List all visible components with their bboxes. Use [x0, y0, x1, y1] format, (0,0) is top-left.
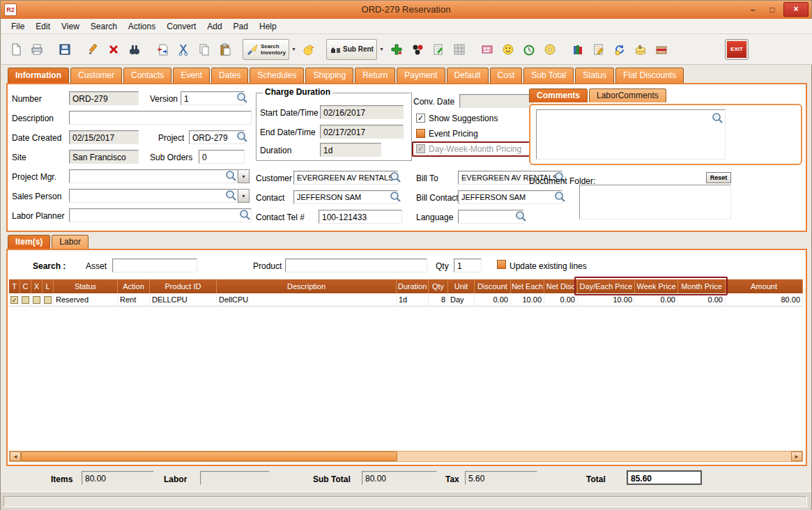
event-pricing-checkbox[interactable]: [416, 129, 425, 138]
tab-status[interactable]: Status: [575, 68, 614, 83]
search-inventory-dropdown[interactable]: ▼: [289, 39, 298, 60]
col-status[interactable]: Status: [54, 279, 118, 293]
tab-event[interactable]: Event: [173, 68, 210, 83]
product-input[interactable]: [285, 258, 427, 272]
currency-refresh-button[interactable]: [609, 39, 630, 60]
row-c-checkbox[interactable]: [22, 296, 29, 304]
new-document-button[interactable]: [6, 39, 26, 60]
col-net-disc[interactable]: Net Disc: [544, 279, 578, 293]
comments-search-icon[interactable]: [712, 112, 723, 123]
col-discount[interactable]: Discount: [475, 279, 511, 293]
sub-orders-field[interactable]: 0: [199, 150, 245, 164]
col-x[interactable]: X: [31, 279, 43, 293]
package-button[interactable]: [651, 39, 672, 60]
reset-button[interactable]: Reset: [706, 172, 731, 183]
menu-add[interactable]: Add: [201, 20, 227, 33]
copy-button[interactable]: [194, 39, 215, 60]
col-net-each[interactable]: Net Each: [511, 279, 544, 293]
project-search-icon[interactable]: [236, 131, 247, 142]
row-x-checkbox[interactable]: [33, 296, 40, 304]
tab-comments[interactable]: Comments: [529, 88, 588, 102]
scrollbar-thumb[interactable]: [21, 451, 397, 461]
col-description[interactable]: Description: [217, 279, 397, 293]
menu-help[interactable]: Help: [254, 20, 282, 33]
sub-rent-button[interactable]: Sub Rent: [326, 39, 377, 60]
component-items-button[interactable]: [407, 39, 428, 60]
version-field[interactable]: 1: [181, 91, 245, 105]
find-button[interactable]: [124, 39, 145, 60]
contact-search-icon[interactable]: [390, 191, 401, 202]
scroll-right-button[interactable]: ►: [791, 451, 802, 461]
sales-person-dropdown[interactable]: ▼: [238, 189, 250, 203]
labor-planner-field[interactable]: [69, 208, 252, 222]
project-mgr-dropdown[interactable]: ▼: [238, 169, 250, 183]
print-button[interactable]: [26, 39, 47, 60]
project-mgr-search-icon[interactable]: [225, 170, 236, 181]
tab-cost[interactable]: Cost: [490, 68, 523, 83]
ledger-books-button[interactable]: [567, 39, 588, 60]
tab-return[interactable]: Return: [355, 68, 395, 83]
contact-tel-field[interactable]: 100-121433: [319, 210, 402, 224]
language-search-icon[interactable]: [515, 210, 526, 222]
add-item-button[interactable]: [386, 39, 407, 60]
col-l[interactable]: L: [43, 279, 54, 293]
menu-view[interactable]: View: [56, 20, 85, 33]
show-suggestions-checkbox[interactable]: ✓: [416, 114, 425, 123]
update-existing-lines-checkbox[interactable]: [497, 260, 506, 269]
customer-search-icon[interactable]: [390, 171, 401, 183]
tab-payment[interactable]: Payment: [397, 68, 445, 83]
project-mgr-field[interactable]: [69, 169, 238, 183]
feedback-button[interactable]: [498, 39, 519, 60]
duck-button[interactable]: [298, 39, 319, 60]
menu-edit[interactable]: Edit: [30, 20, 56, 33]
edit-button[interactable]: [82, 39, 103, 60]
row-l-checkbox[interactable]: [44, 296, 52, 304]
col-c[interactable]: C: [20, 279, 31, 293]
row-t-checkbox[interactable]: ✓: [10, 296, 18, 304]
labor-planner-search-icon[interactable]: [239, 209, 250, 220]
col-qty[interactable]: Qty: [429, 279, 448, 293]
tab-dates[interactable]: Dates: [211, 68, 248, 83]
menu-file[interactable]: File: [6, 20, 30, 33]
tab-labor[interactable]: Labor: [52, 235, 89, 249]
sub-rent-dropdown[interactable]: ▼: [377, 39, 386, 60]
exit-button[interactable]: EXIT: [726, 40, 748, 59]
comments-textarea[interactable]: [536, 109, 726, 160]
timer-button[interactable]: [519, 39, 539, 60]
search-inventory-button[interactable]: SearchInventory: [243, 39, 289, 60]
tab-schedules[interactable]: Schedules: [250, 68, 304, 83]
tab-default[interactable]: Default: [447, 68, 489, 83]
bill-contact-search-icon[interactable]: [554, 191, 565, 202]
tab-customer[interactable]: Customer: [70, 68, 122, 83]
sales-person-field[interactable]: [69, 189, 238, 203]
qty-input[interactable]: 1: [454, 258, 482, 272]
tab-information[interactable]: Information: [8, 68, 69, 83]
document-folder-box[interactable]: [579, 185, 731, 219]
col-t[interactable]: T: [9, 279, 20, 293]
minimize-button[interactable]: –: [744, 3, 761, 17]
tab-flat-discounts[interactable]: Flat Discounts: [615, 68, 684, 83]
menu-actions[interactable]: Actions: [123, 20, 161, 33]
delete-button[interactable]: [103, 39, 124, 60]
language-field[interactable]: [458, 210, 523, 224]
asset-input[interactable]: [112, 258, 197, 272]
tab-shipping[interactable]: Shipping: [305, 68, 353, 83]
bill-contact-field[interactable]: JEFFERSON SAM: [458, 190, 562, 204]
media-disc-button[interactable]: [539, 39, 560, 60]
scroll-left-button[interactable]: ◄: [10, 451, 21, 461]
col-product-id[interactable]: Product ID: [150, 279, 217, 293]
menu-convert[interactable]: Convert: [161, 20, 201, 33]
form-edit-button[interactable]: [588, 39, 609, 60]
edit-note-button[interactable]: [428, 39, 449, 60]
maximize-button[interactable]: □: [764, 3, 781, 17]
tab-contacts[interactable]: Contacts: [123, 68, 171, 83]
col-unit[interactable]: Unit: [448, 279, 475, 293]
tab-sub-total[interactable]: Sub Total: [523, 68, 574, 83]
tab-labor-comments[interactable]: LaborComments: [589, 88, 666, 102]
print-layout-button[interactable]: [477, 39, 498, 60]
col-duration[interactable]: Duration: [397, 279, 429, 293]
col-action[interactable]: Action: [118, 279, 150, 293]
save-button[interactable]: [54, 39, 75, 60]
cut-button[interactable]: [173, 39, 194, 60]
version-search-icon[interactable]: [236, 92, 247, 103]
